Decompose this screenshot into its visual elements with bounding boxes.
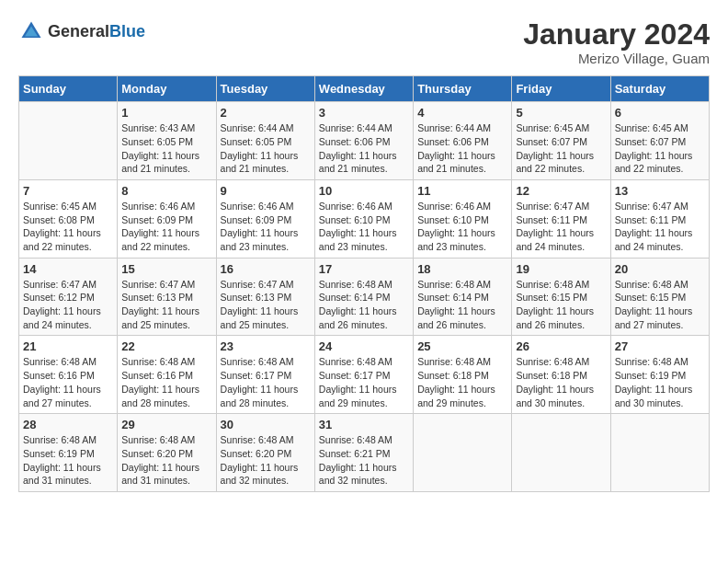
day-sun-info: Sunrise: 6:44 AM Sunset: 6:06 PM Dayligh…: [319, 121, 409, 176]
day-number: 15: [121, 262, 211, 276]
day-number: 24: [319, 339, 409, 353]
weekday-header: Friday: [512, 76, 610, 102]
day-sun-info: Sunrise: 6:46 AM Sunset: 6:10 PM Dayligh…: [417, 200, 507, 254]
calendar-cell: [512, 414, 610, 492]
day-number: 17: [319, 262, 409, 276]
day-sun-info: Sunrise: 6:48 AM Sunset: 6:17 PM Dayligh…: [319, 355, 409, 409]
day-number: 16: [221, 262, 311, 276]
day-sun-info: Sunrise: 6:48 AM Sunset: 6:20 PM Dayligh…: [221, 433, 311, 488]
calendar-cell: 16Sunrise: 6:47 AM Sunset: 6:13 PM Dayli…: [216, 258, 314, 336]
calendar-cell: 23Sunrise: 6:48 AM Sunset: 6:17 PM Dayli…: [216, 336, 314, 414]
calendar-cell: 29Sunrise: 6:48 AM Sunset: 6:20 PM Dayli…: [118, 414, 216, 492]
weekday-header: Sunday: [19, 76, 118, 102]
day-number: 14: [23, 262, 113, 276]
calendar-cell: 10Sunrise: 6:46 AM Sunset: 6:10 PM Dayli…: [314, 179, 413, 258]
day-number: 10: [319, 184, 409, 198]
day-number: 20: [615, 262, 705, 276]
calendar-cell: 30Sunrise: 6:48 AM Sunset: 6:20 PM Dayli…: [216, 414, 314, 492]
day-number: 29: [121, 418, 211, 431]
day-number: 8: [121, 184, 211, 198]
day-number: 3: [319, 106, 409, 120]
day-sun-info: Sunrise: 6:45 AM Sunset: 6:07 PM Dayligh…: [615, 121, 705, 176]
day-number: 28: [23, 418, 113, 431]
calendar-body: 1Sunrise: 6:43 AM Sunset: 6:05 PM Daylig…: [19, 102, 710, 492]
day-sun-info: Sunrise: 6:47 AM Sunset: 6:13 PM Dayligh…: [221, 278, 311, 332]
title-block: January 2024 Merizo Village, Guam: [523, 18, 710, 66]
logo-general: General: [48, 22, 109, 40]
weekday-header: Saturday: [610, 76, 709, 102]
day-number: 19: [516, 262, 606, 276]
calendar-cell: 26Sunrise: 6:48 AM Sunset: 6:18 PM Dayli…: [512, 336, 610, 414]
calendar-week-row: 14Sunrise: 6:47 AM Sunset: 6:12 PM Dayli…: [19, 258, 710, 336]
calendar-week-row: 21Sunrise: 6:48 AM Sunset: 6:16 PM Dayli…: [19, 336, 710, 414]
day-sun-info: Sunrise: 6:48 AM Sunset: 6:15 PM Dayligh…: [615, 278, 705, 332]
calendar-cell: [414, 414, 512, 492]
day-number: 7: [23, 184, 113, 198]
day-number: 18: [417, 262, 507, 276]
day-number: 11: [417, 184, 507, 198]
day-sun-info: Sunrise: 6:46 AM Sunset: 6:10 PM Dayligh…: [319, 200, 409, 254]
day-sun-info: Sunrise: 6:43 AM Sunset: 6:05 PM Dayligh…: [121, 121, 211, 176]
day-number: 4: [417, 106, 507, 120]
calendar-cell: 11Sunrise: 6:46 AM Sunset: 6:10 PM Dayli…: [414, 179, 512, 258]
calendar-week-row: 1Sunrise: 6:43 AM Sunset: 6:05 PM Daylig…: [19, 102, 710, 180]
logo-icon: [18, 18, 44, 44]
weekday-header: Tuesday: [216, 76, 314, 102]
logo-blue: Blue: [109, 22, 145, 40]
calendar-cell: 8Sunrise: 6:46 AM Sunset: 6:09 PM Daylig…: [118, 179, 216, 258]
calendar-week-row: 7Sunrise: 6:45 AM Sunset: 6:08 PM Daylig…: [19, 179, 710, 258]
day-sun-info: Sunrise: 6:48 AM Sunset: 6:19 PM Dayligh…: [615, 355, 705, 409]
day-sun-info: Sunrise: 6:48 AM Sunset: 6:16 PM Dayligh…: [23, 355, 113, 409]
day-number: 25: [417, 339, 507, 353]
day-sun-info: Sunrise: 6:44 AM Sunset: 6:06 PM Dayligh…: [417, 121, 507, 176]
day-sun-info: Sunrise: 6:48 AM Sunset: 6:18 PM Dayligh…: [417, 355, 507, 409]
calendar-cell: 4Sunrise: 6:44 AM Sunset: 6:06 PM Daylig…: [414, 102, 512, 180]
calendar-cell: 27Sunrise: 6:48 AM Sunset: 6:19 PM Dayli…: [610, 336, 709, 414]
calendar-cell: 2Sunrise: 6:44 AM Sunset: 6:05 PM Daylig…: [216, 102, 314, 180]
calendar-cell: 24Sunrise: 6:48 AM Sunset: 6:17 PM Dayli…: [314, 336, 413, 414]
calendar-cell: 17Sunrise: 6:48 AM Sunset: 6:14 PM Dayli…: [314, 258, 413, 336]
calendar-cell: 6Sunrise: 6:45 AM Sunset: 6:07 PM Daylig…: [610, 102, 709, 180]
calendar-cell: 12Sunrise: 6:47 AM Sunset: 6:11 PM Dayli…: [512, 179, 610, 258]
day-sun-info: Sunrise: 6:48 AM Sunset: 6:18 PM Dayligh…: [516, 355, 606, 409]
day-sun-info: Sunrise: 6:46 AM Sunset: 6:09 PM Dayligh…: [221, 200, 311, 254]
calendar-cell: 7Sunrise: 6:45 AM Sunset: 6:08 PM Daylig…: [19, 179, 118, 258]
day-number: 21: [23, 339, 113, 353]
weekday-header: Wednesday: [314, 76, 413, 102]
day-sun-info: Sunrise: 6:45 AM Sunset: 6:08 PM Dayligh…: [23, 200, 113, 254]
day-sun-info: Sunrise: 6:48 AM Sunset: 6:20 PM Dayligh…: [121, 433, 211, 488]
weekday-row: SundayMondayTuesdayWednesdayThursdayFrid…: [19, 76, 710, 102]
calendar-cell: 3Sunrise: 6:44 AM Sunset: 6:06 PM Daylig…: [314, 102, 413, 180]
day-number: 5: [516, 106, 606, 120]
day-sun-info: Sunrise: 6:48 AM Sunset: 6:14 PM Dayligh…: [319, 278, 409, 332]
calendar-cell: 1Sunrise: 6:43 AM Sunset: 6:05 PM Daylig…: [118, 102, 216, 180]
day-sun-info: Sunrise: 6:48 AM Sunset: 6:16 PM Dayligh…: [121, 355, 211, 409]
page-header: GeneralBlue January 2024 Merizo Village,…: [18, 18, 710, 66]
day-number: 12: [516, 184, 606, 198]
day-number: 26: [516, 339, 606, 353]
day-number: 23: [221, 339, 311, 353]
day-sun-info: Sunrise: 6:48 AM Sunset: 6:15 PM Dayligh…: [516, 278, 606, 332]
day-sun-info: Sunrise: 6:46 AM Sunset: 6:09 PM Dayligh…: [121, 200, 211, 254]
day-number: 31: [319, 418, 409, 431]
day-sun-info: Sunrise: 6:47 AM Sunset: 6:12 PM Dayligh…: [23, 278, 113, 332]
calendar-cell: 31Sunrise: 6:48 AM Sunset: 6:21 PM Dayli…: [314, 414, 413, 492]
day-sun-info: Sunrise: 6:44 AM Sunset: 6:05 PM Dayligh…: [221, 121, 311, 176]
day-sun-info: Sunrise: 6:45 AM Sunset: 6:07 PM Dayligh…: [516, 121, 606, 176]
day-number: 22: [121, 339, 211, 353]
calendar-cell: 28Sunrise: 6:48 AM Sunset: 6:19 PM Dayli…: [19, 414, 118, 492]
day-sun-info: Sunrise: 6:47 AM Sunset: 6:13 PM Dayligh…: [121, 278, 211, 332]
weekday-header: Thursday: [414, 76, 512, 102]
day-sun-info: Sunrise: 6:48 AM Sunset: 6:21 PM Dayligh…: [319, 433, 409, 488]
day-sun-info: Sunrise: 6:48 AM Sunset: 6:14 PM Dayligh…: [417, 278, 507, 332]
calendar-week-row: 28Sunrise: 6:48 AM Sunset: 6:19 PM Dayli…: [19, 414, 710, 492]
day-sun-info: Sunrise: 6:48 AM Sunset: 6:17 PM Dayligh…: [221, 355, 311, 409]
day-number: 27: [615, 339, 705, 353]
calendar-cell: 25Sunrise: 6:48 AM Sunset: 6:18 PM Dayli…: [414, 336, 512, 414]
calendar-table: SundayMondayTuesdayWednesdayThursdayFrid…: [18, 75, 710, 492]
location-title: Merizo Village, Guam: [523, 51, 710, 66]
calendar-cell: [610, 414, 709, 492]
logo: GeneralBlue: [18, 18, 145, 44]
logo-text: GeneralBlue: [48, 22, 145, 41]
calendar-cell: 19Sunrise: 6:48 AM Sunset: 6:15 PM Dayli…: [512, 258, 610, 336]
